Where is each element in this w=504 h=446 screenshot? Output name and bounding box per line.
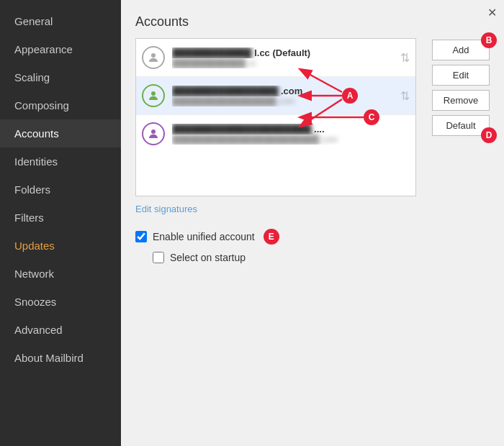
sidebar-item-label: Scaling	[14, 71, 50, 83]
sidebar-item-folders[interactable]: Folders	[0, 176, 121, 204]
account-avatar-3	[142, 122, 165, 145]
account-info-1: ████████████ l.cc (Default) ████████████…	[172, 47, 396, 68]
account-email-1: ████████████.cc	[172, 58, 396, 68]
main-content: ✕ Accounts ████████████ l.cc (Default) █…	[121, 0, 504, 446]
sidebar-item-accounts[interactable]: Accounts	[0, 119, 121, 147]
sidebar: General Appearance Scaling Composing Acc…	[0, 0, 121, 446]
account-name-1: ████████████ l.cc (Default)	[172, 47, 396, 58]
sidebar-item-label: Advanced	[14, 324, 63, 336]
sidebar-item-label: Identities	[14, 155, 58, 168]
sidebar-item-filters[interactable]: Filters	[0, 204, 121, 232]
select-on-startup-checkbox[interactable]	[153, 252, 164, 263]
account-name-3: █████████████████████ ....	[172, 124, 410, 135]
enable-unified-row: Enable unified account E	[135, 229, 490, 245]
sidebar-item-advanced[interactable]: Advanced	[0, 316, 121, 344]
account-avatar-1	[142, 46, 165, 69]
page-title: Accounts	[135, 14, 490, 29]
sidebar-item-about[interactable]: About Mailbird	[0, 344, 121, 372]
sidebar-item-label: Network	[14, 268, 54, 280]
sidebar-item-identities[interactable]: Identities	[0, 147, 121, 176]
account-row-2[interactable]: ████████████████ .com █████████████████.…	[136, 77, 415, 115]
sidebar-item-label: Composing	[14, 99, 69, 112]
sidebar-item-composing[interactable]: Composing	[0, 91, 121, 119]
badge-B: B	[481, 32, 497, 48]
sidebar-item-label: Snoozes	[14, 296, 56, 308]
sidebar-item-snoozes[interactable]: Snoozes	[0, 288, 121, 316]
svg-point-0	[151, 53, 156, 58]
badge-E: E	[264, 229, 279, 245]
edit-signatures-link[interactable]: Edit signatures	[135, 204, 490, 214]
sidebar-item-updates[interactable]: Updates	[0, 232, 121, 260]
account-row-3[interactable]: █████████████████████ .... █████████████…	[136, 115, 415, 153]
account-name-2: ████████████████ .com	[172, 86, 396, 96]
account-row-1[interactable]: ████████████ l.cc (Default) ████████████…	[136, 39, 415, 77]
action-buttons: B Add Edit Remove Default D	[432, 40, 490, 136]
sidebar-item-label: Updates	[14, 240, 55, 252]
enable-unified-checkbox[interactable]	[135, 231, 147, 242]
edit-button[interactable]: Edit	[432, 65, 490, 86]
sidebar-item-label: Accounts	[14, 127, 59, 140]
svg-point-1	[151, 91, 156, 96]
account-avatar-2	[142, 84, 165, 107]
account-email-2: █████████████████.com	[172, 96, 396, 106]
sidebar-item-network[interactable]: Network	[0, 260, 121, 288]
remove-button[interactable]: Remove	[432, 90, 490, 111]
select-on-startup-row: Select on startup	[135, 252, 490, 263]
select-on-startup-label: Select on startup	[170, 252, 246, 263]
drag-handle-1: ⇅	[400, 51, 410, 65]
sidebar-item-label: About Mailbird	[14, 352, 84, 364]
sidebar-item-scaling[interactable]: Scaling	[0, 63, 121, 91]
account-info-2: ████████████████ .com █████████████████.…	[172, 86, 396, 106]
badge-D: D	[481, 127, 497, 143]
accounts-list: ████████████ l.cc (Default) ████████████…	[135, 38, 416, 196]
sidebar-item-label: General	[14, 15, 53, 27]
checkbox-group: Enable unified account E Select on start…	[135, 229, 490, 263]
svg-point-2	[151, 129, 156, 134]
sidebar-item-label: Appearance	[14, 43, 73, 55]
sidebar-item-appearance[interactable]: Appearance	[0, 35, 121, 63]
sidebar-item-general[interactable]: General	[0, 7, 121, 35]
sidebar-item-label: Filters	[14, 211, 44, 224]
enable-unified-label: Enable unified account	[153, 231, 255, 242]
close-button[interactable]: ✕	[487, 6, 497, 19]
sidebar-item-label: Folders	[14, 183, 50, 196]
account-email-3: ████████████████████████.com	[172, 135, 410, 145]
drag-handle-2: ⇅	[400, 89, 410, 103]
account-info-3: █████████████████████ .... █████████████…	[172, 124, 410, 145]
